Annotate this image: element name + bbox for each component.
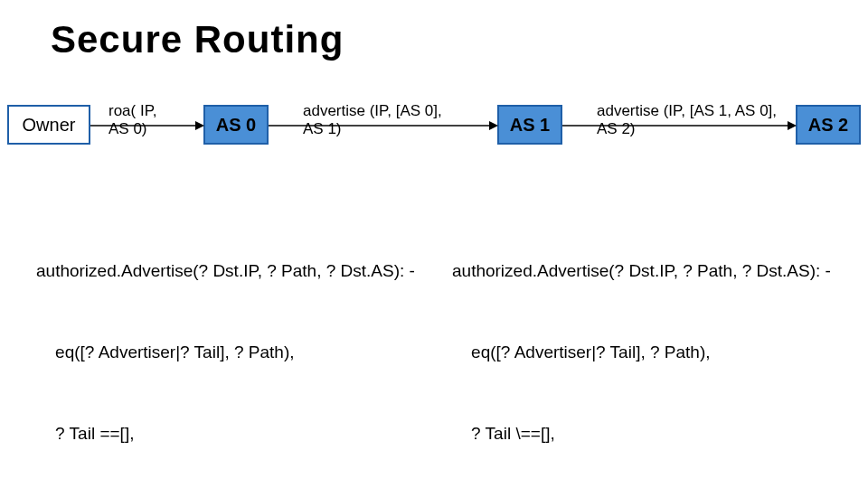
node-as2: AS 2 bbox=[796, 105, 861, 145]
edge-label-as1-as2-l1: advertise (IP, [AS 1, AS 0], bbox=[597, 102, 777, 120]
rule-left-0: authorized.Advertise(? Dst.IP, ? Path, ?… bbox=[36, 258, 415, 285]
edge-label-owner-as0-l1: roa( IP, bbox=[108, 102, 157, 120]
node-as1: AS 1 bbox=[497, 105, 562, 145]
edge-label-owner-as0-l2: AS 0) bbox=[108, 120, 147, 138]
rule-block-left: authorized.Advertise(? Dst.IP, ? Path, ?… bbox=[36, 203, 415, 488]
rule-right-0: authorized.Advertise(? Dst.IP, ? Path, ?… bbox=[452, 258, 857, 285]
rule-left-1: eq([? Advertiser|? Tail], ? Path), bbox=[36, 339, 415, 366]
page-title: Secure Routing bbox=[51, 18, 344, 61]
arrow-owner-as0 bbox=[90, 124, 204, 133]
rule-right-2: ? Tail \==[], bbox=[452, 420, 857, 447]
edge-label-as1-as2-l2: AS 2) bbox=[597, 120, 636, 138]
edge-label-as0-as1-l1: advertise (IP, [AS 0], bbox=[303, 102, 442, 120]
rule-right-1: eq([? Advertiser|? Tail], ? Path), bbox=[452, 339, 857, 366]
rule-block-right: authorized.Advertise(? Dst.IP, ? Path, ?… bbox=[452, 203, 857, 488]
edge-label-as0-as1-l2: AS 1) bbox=[303, 120, 342, 138]
rule-left-2: ? Tail ==[], bbox=[36, 420, 415, 447]
node-as0: AS 0 bbox=[203, 105, 269, 145]
node-owner: Owner bbox=[7, 105, 90, 145]
